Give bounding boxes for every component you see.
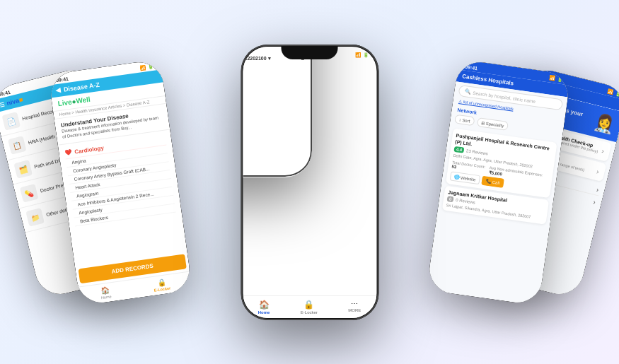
- cardiology-section: ❤️ Cardiology Angina Coronary Angioplast…: [58, 129, 182, 230]
- left1-nav-home[interactable]: 🏠 Home: [100, 286, 112, 300]
- call-button[interactable]: 📞 Call: [482, 175, 505, 187]
- rating-reviews-2: 0 Reviews: [456, 197, 475, 204]
- phones-container: 09:41 📶🔋 ☰ niva■ 📄 Hospital Records 📋: [0, 0, 619, 364]
- rating-reviews-1: 23 Reviews: [466, 148, 489, 155]
- center-nav-home[interactable]: 🏠 Home: [258, 300, 270, 315]
- center-notch: [282, 47, 338, 59]
- search-placeholder: Search by hospital, clinic name: [473, 90, 536, 103]
- left1-status-icons: 📶🔋: [139, 63, 154, 71]
- center-nav-more[interactable]: ⋯ MORE: [348, 300, 361, 315]
- center-top-bar: niva■ 30412482202100 ▾ ≡: [243, 47, 312, 177]
- right1-time: 09:41: [465, 64, 478, 70]
- record-icon-5: 📁: [25, 207, 45, 226]
- left1-content: Live●Well Home > Health Insurance Articl…: [51, 82, 187, 266]
- rating-badge-1: 4.4: [453, 146, 464, 153]
- doctor-icon: 👩‍⚕️: [591, 111, 617, 135]
- chevron-right-icon-2: ›: [596, 167, 600, 175]
- record-icon-1: 📄: [1, 112, 21, 131]
- center-nav-elocker[interactable]: 🔒 E-Locker: [301, 300, 318, 315]
- record-icon-2: 📋: [8, 136, 27, 155]
- chevron-right-icon-1: ›: [601, 146, 605, 154]
- record-icon-3: 🗂️: [13, 160, 33, 179]
- left2-logo: niva■: [6, 95, 23, 106]
- rating-badge-2: 0: [447, 195, 454, 201]
- booking-arrow[interactable]: ›: [592, 198, 596, 206]
- center-bottom-nav: 🏠 Home 🔒 E-Locker ⋯ MORE: [243, 295, 376, 318]
- record-icon-4: 💊: [20, 184, 39, 203]
- left1-nav-elocker[interactable]: 🔒 E-Locker: [153, 277, 171, 292]
- website-button[interactable]: 🌐 Website: [450, 171, 481, 184]
- center-status-icons: 📶🔋: [355, 52, 369, 58]
- phone-center: 09:41 📶🔋 niva■ 30412482202100 ▾ ≡ 30% Di…: [241, 45, 378, 320]
- disease-list: Angina Coronary Angioplasty Coronary Art…: [66, 145, 176, 226]
- reports-arrow[interactable]: ›: [596, 185, 600, 193]
